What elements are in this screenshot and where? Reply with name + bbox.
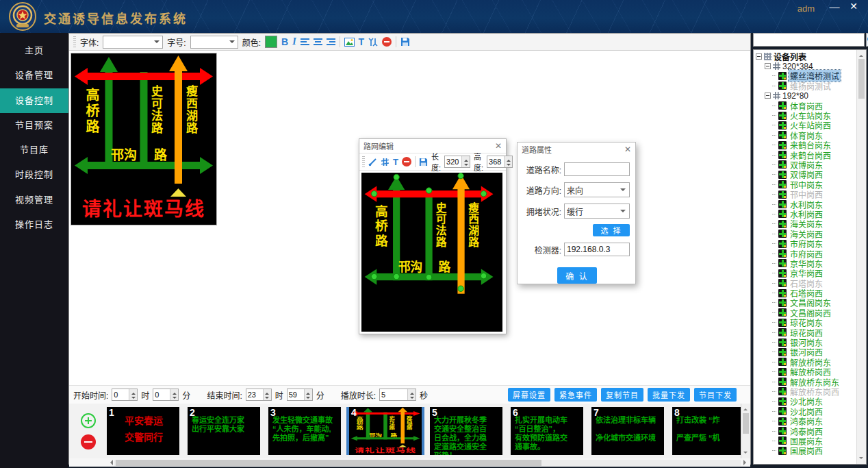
end-minute-value[interactable]: 59 [288,389,304,400]
collapse-icon[interactable] [765,63,771,69]
action-button[interactable]: 复制节目 [601,388,643,402]
font-size-dropdown[interactable] [190,36,238,49]
scroll-left-icon[interactable] [107,460,113,465]
scroll-right-icon[interactable] [743,460,749,465]
device-tree-scrollbar[interactable] [856,50,866,464]
action-button[interactable]: 紧急事件 [554,388,597,402]
add-program-button[interactable] [81,413,96,428]
italic-button[interactable]: I [292,36,296,47]
remove-program-button[interactable] [81,434,96,449]
minimize-button[interactable]: — [827,1,842,12]
font-family-dropdown[interactable] [103,36,163,49]
sidebar-item[interactable]: 视频管理 [0,188,68,212]
scroll-up-icon[interactable] [859,53,863,57]
stepper-arrows[interactable] [461,156,470,167]
end-hour-stepper[interactable]: 23 [246,389,272,401]
text-tool-button[interactable]: T [393,157,398,167]
playlist-item[interactable]: 8 打击改装 “炸 严查严惩 “机 [672,407,741,455]
playlist-item[interactable]: 2 春运安全连万家 出行平安靠大家 [188,407,260,455]
road-direction-select[interactable]: 来向 [564,182,630,197]
insert-image-icon[interactable] [344,38,355,47]
play-duration-stepper[interactable]: 5 [379,389,416,401]
scrollbar-track[interactable] [114,460,741,466]
collapse-icon[interactable] [765,93,771,99]
device-search-input[interactable] [753,33,865,47]
delete-element-icon[interactable] [382,37,392,47]
close-button[interactable]: ✕ [846,1,861,12]
lanes-icon[interactable] [381,158,390,167]
color-swatch[interactable] [265,36,277,48]
detector-input[interactable]: 192.168.0.3 [564,243,630,256]
action-button[interactable]: 节目下发 [694,388,737,402]
sidebar-item[interactable]: 设备管理 [0,63,68,88]
end-hour-value[interactable]: 23 [246,389,263,400]
sidebar-item[interactable]: 主页 [0,38,68,63]
stepper-arrows[interactable] [304,389,312,400]
scrollbar-thumb[interactable] [743,413,749,434]
playlist-item[interactable]: 6 扎实开展电动车 “百日整治”， 有效预防道路交 通事故。 [511,407,583,455]
sidebar-item[interactable]: 节目库 [0,138,68,162]
device-item[interactable]: 国展岗西 [756,446,856,456]
play-duration-value[interactable]: 5 [380,389,407,400]
end-minute-stepper[interactable]: 59 [287,389,313,401]
scrollbar-thumb[interactable] [858,59,865,99]
scroll-down-icon[interactable] [859,457,863,461]
start-hour-value[interactable]: 0 [112,389,129,400]
stepper-arrows[interactable] [129,389,137,400]
sidebar-item[interactable]: 设备控制 [0,88,68,113]
align-center-icon[interactable] [314,38,322,45]
playlist-horizontal-scrollbar[interactable] [69,458,750,467]
scrollbar-thumb[interactable] [116,460,541,466]
confirm-button[interactable]: 确 认 [557,267,597,284]
road-network-icon[interactable] [368,38,378,47]
save-icon[interactable] [419,158,428,167]
collapse-icon[interactable] [756,53,762,60]
stepper-arrows[interactable] [407,389,416,400]
device-name[interactable]: 国展岗西 [789,445,824,456]
length-value[interactable]: 320 [445,156,461,167]
scroll-down-icon[interactable] [743,452,748,456]
start-minute-stepper[interactable]: 0 [153,389,179,401]
stepper-arrows[interactable] [504,156,512,167]
editor-dialog-close-icon[interactable]: ✕ [495,141,502,151]
playlist-item[interactable]: 3 发生轻微交通事故 “人未伤，车能动, 先拍照，后撤离” [268,407,341,455]
start-hour-stepper[interactable]: 0 [112,389,138,401]
select-button[interactable]: 选 择 [593,224,630,236]
playlist-item[interactable]: 1 平安春运 交警同行 [107,407,179,455]
save-icon[interactable] [400,37,410,47]
editor-canvas[interactable]: 高桥路 史可法路 瘦西湖路 邗沟 路 [361,173,502,332]
properties-dialog-close-icon[interactable]: ✕ [624,145,631,154]
sidebar-item[interactable]: 节目预案 [0,113,68,138]
logged-in-user[interactable]: adm [797,3,815,14]
playlist-item-text: 春运安全连万家 出行平安靠大家 [188,407,260,455]
device-tree-root[interactable]: 设备列表 [756,51,856,61]
action-button[interactable]: 屏幕设置 [508,388,550,402]
height-value[interactable]: 368 [487,156,504,167]
scroll-up-icon[interactable] [743,406,748,410]
start-minute-value[interactable]: 0 [153,389,170,400]
align-left-icon[interactable] [301,38,309,45]
sidebar-item[interactable]: 时段控制 [0,162,68,187]
stepper-arrows[interactable] [170,389,178,400]
congestion-select[interactable]: 缓行 [564,204,630,219]
device-item[interactable]: 维扬岗测试 [756,81,856,90]
playlist-vertical-scrollbar[interactable] [741,404,750,458]
bold-button[interactable]: B [281,36,288,47]
playlist-item[interactable]: 5 大力开展秋冬季 交通安全整治百 日会战，全力稳 定道路交通安全 形势！ [430,407,502,455]
sidebar-item[interactable]: 操作日志 [0,212,68,237]
action-button[interactable]: 批量下发 [648,388,690,402]
playlist-item[interactable]: 7 依法治理非标车辆 净化城市交通环境 [591,407,664,455]
delete-element-icon[interactable] [402,157,411,167]
playlist-item[interactable]: 4 [349,407,422,455]
device-name[interactable]: 维扬岗测试 [789,80,832,92]
stepper-arrows[interactable] [263,389,271,400]
properties-dialog-titlebar[interactable]: 道路属性 ✕ [518,143,635,156]
sign-preview[interactable]: 高桥路 史可法路 瘦西湖路 邗沟 路 请礼让斑马线 [71,53,217,225]
text-tool-button[interactable]: T [359,36,365,47]
draw-line-icon[interactable] [368,158,377,167]
road-name-input[interactable] [564,162,630,176]
height-stepper[interactable]: 368 [487,156,513,168]
design-canvas[interactable]: 高桥路 史可法路 瘦西湖路 邗沟 路 请礼让斑马线 路网编辑 ✕ [69,51,750,385]
length-stepper[interactable]: 320 [444,156,470,168]
align-right-icon[interactable] [327,38,335,45]
